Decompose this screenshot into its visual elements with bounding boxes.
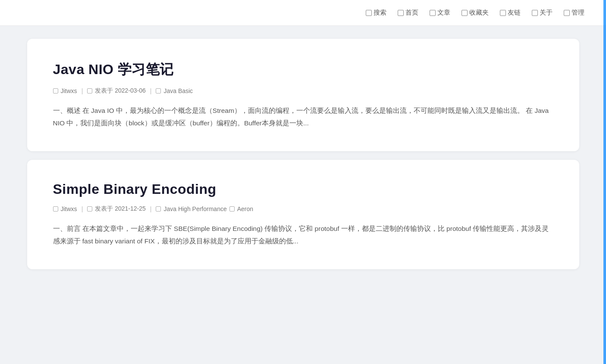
nav-item-关于[interactable]: 关于 — [528, 6, 557, 19]
user-icon — [53, 88, 58, 93]
main-content: Java NIO 学习笔记Jitwxs|发表于 2022-03-06|Java … — [19, 26, 588, 282]
nav-item-管理[interactable]: 管理 — [559, 6, 589, 19]
article-title[interactable]: Simple Binary Encoding — [53, 181, 553, 197]
article-icon — [430, 10, 436, 16]
nav-item-首页[interactable]: 首页 — [393, 6, 423, 19]
link-icon — [500, 10, 506, 16]
article-tag: Aeron — [237, 205, 253, 212]
search-icon — [366, 10, 372, 16]
article-excerpt: 一、概述 在 Java IO 中，最为核心的一个概念是流（Stream），面向流… — [53, 104, 553, 130]
article-title[interactable]: Java NIO 学习笔记 — [53, 60, 553, 79]
nav-item-友链[interactable]: 友链 — [496, 6, 525, 19]
nav-item-搜索[interactable]: 搜索 — [361, 6, 391, 19]
bookmark-icon — [462, 10, 468, 16]
meta-separator-2: | — [150, 87, 152, 94]
main-nav: 搜索首页文章收藏夹友链关于管理 — [361, 6, 589, 19]
user-icon — [53, 206, 58, 212]
nav-label: 收藏夹 — [469, 9, 489, 17]
article-category: Java Basic — [163, 87, 193, 94]
date-icon — [87, 206, 92, 212]
article-date: 发表于 2021-12-25 — [95, 205, 146, 213]
article-excerpt: 一、前言 在本篇文章中，一起来学习下 SBE(Simple Binary Enc… — [53, 222, 553, 248]
site-header: 搜索首页文章收藏夹友链关于管理 — [0, 0, 606, 26]
meta-separator-2: | — [150, 205, 152, 212]
nav-label: 关于 — [540, 9, 553, 17]
about-icon — [532, 10, 538, 16]
date-icon — [87, 88, 92, 93]
nav-label: 友链 — [508, 9, 521, 17]
nav-label: 搜索 — [374, 9, 386, 17]
category-icon — [156, 88, 161, 93]
meta-separator: | — [82, 205, 83, 212]
article-meta: Jitwxs|发表于 2022-03-06|Java Basic — [53, 87, 553, 95]
nav-label: 文章 — [437, 9, 450, 17]
nav-label: 首页 — [405, 9, 418, 17]
nav-item-收藏夹[interactable]: 收藏夹 — [457, 6, 493, 19]
article-card: Java NIO 学习笔记Jitwxs|发表于 2022-03-06|Java … — [27, 39, 579, 151]
article-author: Jitwxs — [61, 205, 77, 212]
home-icon — [398, 10, 404, 16]
nav-item-文章[interactable]: 文章 — [425, 6, 455, 19]
meta-separator: | — [82, 87, 83, 94]
article-author: Jitwxs — [61, 87, 77, 94]
article-category: Java High Performance — [163, 205, 226, 212]
category-icon — [156, 206, 161, 212]
nav-label: 管理 — [571, 9, 584, 17]
article-meta: Jitwxs|发表于 2021-12-25|Java High Performa… — [53, 205, 553, 213]
article-date: 发表于 2022-03-06 — [95, 87, 146, 95]
article-card: Simple Binary EncodingJitwxs|发表于 2021-12… — [27, 160, 579, 269]
admin-icon — [564, 10, 570, 16]
tag-icon — [229, 206, 235, 212]
